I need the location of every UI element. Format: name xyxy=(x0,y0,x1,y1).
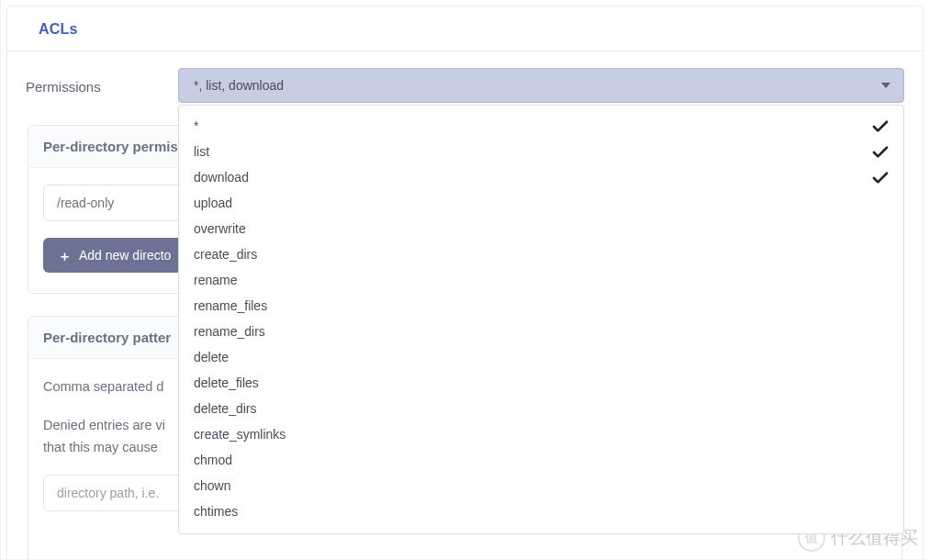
permission-option-label: delete_files xyxy=(194,375,259,392)
permission-option-label: chmod xyxy=(194,452,232,469)
permission-option-label: list xyxy=(194,143,209,161)
permissions-dropdown[interactable]: *listdownloaduploadoverwritecreate_dirsr… xyxy=(178,105,904,534)
permission-option-label: chown xyxy=(194,477,230,495)
permission-option-label: chtimes xyxy=(194,503,238,521)
permission-option[interactable]: delete_dirs xyxy=(186,396,896,421)
permission-option[interactable]: rename_files xyxy=(186,293,896,319)
directory-path-value: /read-only xyxy=(57,196,114,210)
caret-down-icon xyxy=(881,83,890,88)
permission-option-label: upload xyxy=(194,195,232,212)
add-new-directory-button[interactable]: ＋ Add new directo xyxy=(43,238,185,273)
permission-option[interactable]: create_symlinks xyxy=(186,421,896,447)
permissions-select[interactable]: *, list, download xyxy=(178,68,904,103)
card-body: Permissions *, list, download *listdownl… xyxy=(7,51,923,560)
permission-option[interactable]: rename xyxy=(186,267,896,293)
permission-option-label: download xyxy=(194,169,249,186)
permission-option-label: rename_files xyxy=(194,297,267,315)
permissions-select-wrap: *, list, download *listdownloaduploadove… xyxy=(178,68,904,103)
permission-option[interactable]: chtimes xyxy=(186,498,896,524)
permission-option-label: delete xyxy=(194,349,229,366)
permission-option[interactable]: * xyxy=(186,113,896,139)
permission-option-label: * xyxy=(194,118,198,135)
permission-option-label: overwrite xyxy=(194,220,246,238)
permissions-row: Permissions *, list, download *listdownl… xyxy=(26,68,904,103)
permission-option-label: create_symlinks xyxy=(194,426,285,443)
permission-option[interactable]: upload xyxy=(186,190,896,216)
permissions-selected-value: *, list, download xyxy=(194,78,284,93)
permission-option-label: delete_dirs xyxy=(194,400,257,418)
check-icon xyxy=(872,146,889,159)
acls-card: ACLs Permissions *, list, download *list… xyxy=(6,6,923,560)
permission-option-label: rename_dirs xyxy=(194,323,265,341)
plus-icon: ＋ xyxy=(58,249,72,263)
permission-option[interactable]: download xyxy=(186,164,896,190)
permission-option[interactable]: chown xyxy=(186,473,896,498)
permissions-label: Permissions xyxy=(26,77,178,95)
card-header: ACLs xyxy=(7,6,923,51)
permission-option[interactable]: delete xyxy=(186,344,896,370)
permission-option[interactable]: delete_files xyxy=(186,370,896,396)
add-new-directory-label: Add new directo xyxy=(79,248,171,263)
patterns-path-placeholder: directory path, i.e. xyxy=(57,486,159,500)
permission-option-label: create_dirs xyxy=(194,246,257,263)
permission-option[interactable]: create_dirs xyxy=(186,241,896,267)
check-icon xyxy=(872,120,889,133)
check-icon xyxy=(872,172,889,185)
permission-option[interactable]: list xyxy=(186,139,896,164)
permission-option[interactable]: chmod xyxy=(186,447,896,473)
permission-option[interactable]: overwrite xyxy=(186,216,896,241)
card-title: ACLs xyxy=(39,21,78,37)
permission-option-label: rename xyxy=(194,272,237,289)
permission-option[interactable]: rename_dirs xyxy=(186,319,896,344)
